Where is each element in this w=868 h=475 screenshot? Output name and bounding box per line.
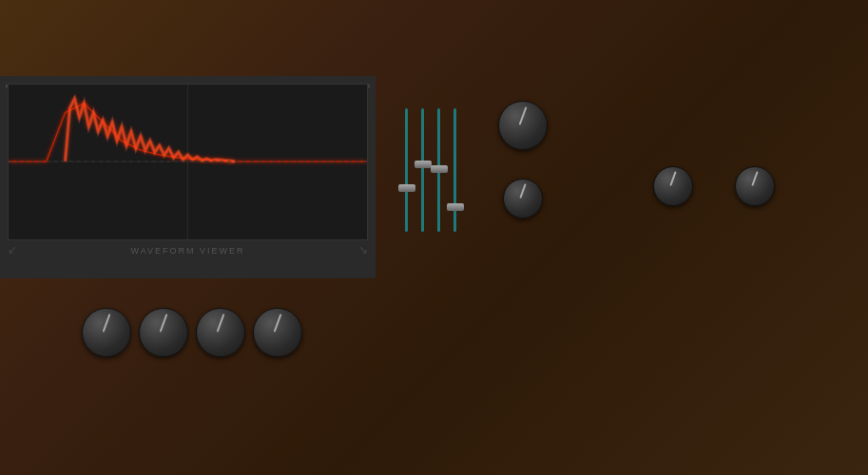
filter-resonance-knob[interactable] — [735, 166, 775, 206]
sustain-slider-track[interactable] — [437, 108, 440, 232]
decay-slider-track[interactable] — [421, 108, 424, 232]
main-container: -- ▲▼ OCTAVE ---- ▲▼ FINE TUNE -- ▲▼ — [0, 0, 868, 475]
release-slider-thumb[interactable] — [447, 203, 464, 211]
pan-knob[interactable] — [503, 179, 543, 218]
sustain-slider-thumb[interactable] — [431, 165, 448, 173]
corner-arrow-bl: ↙ — [8, 243, 17, 256]
adsr-sliders — [405, 99, 456, 232]
corner-arrow-br: ↘ — [358, 243, 368, 256]
waveform-display — [8, 84, 368, 240]
release-slider-track[interactable] — [453, 108, 456, 232]
waveform-svg — [9, 85, 367, 239]
volume-knob[interactable] — [498, 101, 548, 150]
reverb-size-knob[interactable] — [139, 308, 188, 357]
attack-slider-track[interactable] — [405, 108, 408, 232]
reverb-highpass-knob[interactable] — [196, 308, 245, 357]
reverb-return-knob[interactable] — [253, 308, 302, 357]
waveform-label: WAVEFORM VIEWER — [131, 242, 245, 257]
decay-slider-thumb[interactable] — [415, 161, 432, 168]
reverb-pre-knob[interactable] — [82, 308, 131, 357]
waveform-panel: ↖ ↗ — [0, 76, 376, 278]
attack-slider-thumb[interactable] — [398, 184, 415, 192]
